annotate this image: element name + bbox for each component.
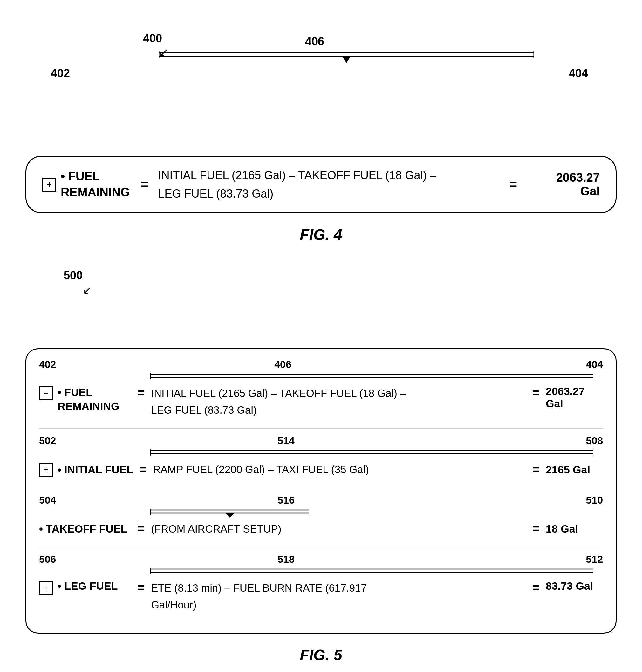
fig5-row3-formula: (FROM AIRCRAFT SETUP) [151, 521, 526, 538]
ref-400: 400 [143, 32, 162, 45]
ref-404-fig5: 404 [586, 359, 603, 371]
fig4-label: • FUEL REMAINING [61, 169, 130, 200]
arrow-500: ↙ [82, 283, 92, 297]
ref-518: 518 [278, 554, 294, 565]
page: 400 ↙ 406 402 404 [0, 0, 642, 672]
ref-406-fig5: 406 [274, 359, 291, 371]
fig4-section: 400 ↙ 406 402 404 [25, 32, 617, 243]
fig5-row3-eq1: = [131, 522, 151, 536]
fig4-eq1: = [141, 177, 149, 192]
fig4-box: + • FUEL REMAINING = INITIAL FUEL (2165 … [25, 156, 617, 213]
fig4-box-left: + • FUEL REMAINING [42, 169, 131, 200]
fig5-row4-formula: ETE (8.13 min) – FUEL BURN RATE (617.917… [151, 580, 526, 613]
fig5-row4-label: • LEG FUEL [57, 580, 118, 592]
fig4-caption: FIG. 4 [25, 226, 617, 243]
ref-504: 504 [39, 494, 56, 506]
fig5-row3-eq2: = [526, 522, 546, 536]
fig4-plus-icon: + [42, 178, 56, 192]
ref-514: 514 [278, 435, 294, 447]
fig4-result: 2063.27 Gal [536, 171, 600, 198]
fig5-row2-label: • INITIAL FUEL [57, 464, 133, 476]
fig5-row4-result: 83.73 Gal [546, 580, 603, 592]
svg-marker-19 [225, 513, 234, 518]
fig5-row1-formula: INITIAL FUEL (2165 Gal) – TAKEOFF FUEL (… [151, 385, 526, 419]
ref-502: 502 [39, 435, 56, 447]
fig4-406-arrow [159, 51, 534, 63]
fig5-row3-label: • TAKEOFF FUEL [39, 523, 127, 535]
ref-510: 510 [586, 494, 603, 506]
fig5-row1-label: • FUELREMAINING [57, 385, 119, 413]
fig5-row2-icon: + [39, 463, 53, 477]
fig5-row2-formula: RAMP FUEL (2200 Gal) – TAXI FUEL (35 Gal… [153, 461, 526, 478]
ref-516: 516 [278, 494, 294, 506]
ref-500: 500 [64, 269, 82, 282]
ref-508: 508 [586, 435, 603, 447]
ref-506: 506 [39, 554, 56, 565]
fig5-row2-result: 2165 Gal [546, 464, 603, 476]
fig5-row1-eq1: = [131, 385, 151, 400]
fig4-eq2: = [509, 177, 517, 192]
fig5-row2-eq1: = [133, 463, 153, 477]
fig5-caption: FIG. 5 [25, 646, 617, 664]
fig5-row1-icon: − [39, 386, 53, 400]
fig5-row3-arrow [150, 509, 309, 518]
ref-404: 404 [569, 67, 588, 80]
ref-512: 512 [586, 554, 603, 565]
fig5-row3-result: 18 Gal [546, 523, 603, 535]
fig5-row4-eq1: = [131, 580, 151, 595]
fig5-row4-arrow [150, 568, 593, 577]
fig5-section: 500 ↙ 402 406 404 [25, 269, 617, 664]
fig5-row1-arrow [150, 373, 593, 382]
fig5-row4-eq2: = [526, 580, 546, 595]
fig5-outer-box: 402 406 404 − • FUELR [25, 348, 617, 634]
ref-402-fig5: 402 [39, 359, 56, 371]
fig4-formula: INITIAL FUEL (2165 Gal) – TAKEOFF FUEL (… [158, 166, 500, 203]
ref-402: 402 [51, 67, 70, 80]
fig5-row1-result: 2063.27Gal [546, 385, 603, 410]
fig5-row2-arrow [150, 449, 593, 458]
fig5-row2-eq2: = [526, 463, 546, 477]
ref-406: 406 [305, 35, 324, 48]
fig5-row1-eq2: = [526, 385, 546, 400]
svg-marker-4 [343, 57, 350, 63]
fig5-row4-icon: + [39, 581, 53, 595]
